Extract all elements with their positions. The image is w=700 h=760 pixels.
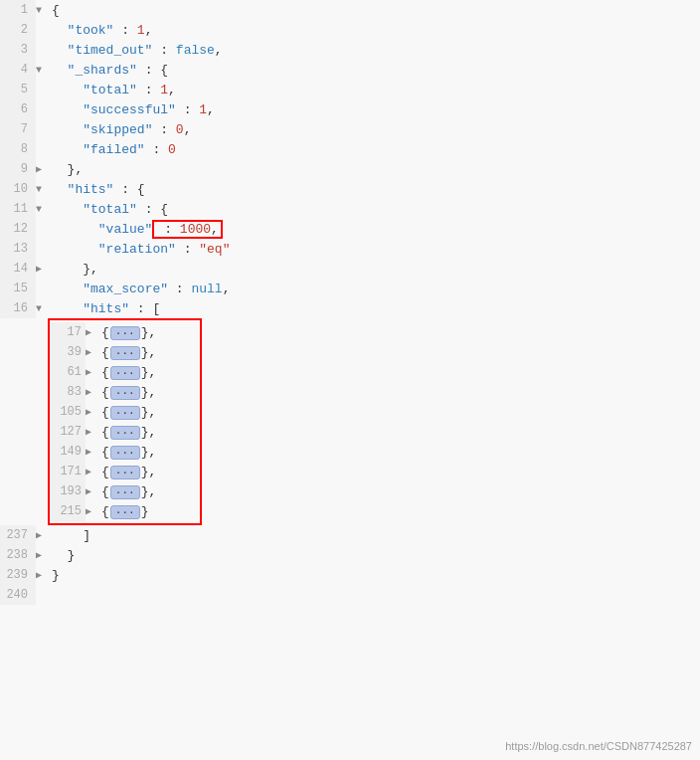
line-8: 8 "failed" : 0: [0, 139, 700, 159]
fold-arrow[interactable]: [86, 366, 97, 378]
collapsed-badge[interactable]: ···: [110, 446, 140, 460]
line-number: 10: [0, 179, 36, 199]
collapsed-badge[interactable]: ···: [110, 426, 140, 440]
line-4: 4 "_shards" : {: [0, 60, 700, 80]
code-content: "hits" : {: [48, 182, 145, 197]
line-9: 9 },: [0, 159, 700, 179]
line-number: 3: [0, 40, 36, 60]
line-number: 4: [0, 60, 36, 80]
fold-arrow[interactable]: [86, 466, 97, 477]
line-6: 6 "successful" : 1,: [0, 99, 700, 119]
fold-arrow[interactable]: [36, 303, 48, 314]
line-2: 2 "took" : 1,: [0, 20, 700, 40]
collapsed-badge[interactable]: ···: [110, 505, 140, 519]
fold-arrow[interactable]: [36, 263, 48, 275]
code-content: "took" : 1,: [48, 23, 152, 38]
line-number: 105: [50, 402, 86, 422]
line-13: 13 "relation" : "eq": [0, 239, 700, 259]
code-content: {: [48, 3, 60, 18]
line-number: 13: [0, 239, 36, 259]
line-10: 10 "hits" : {: [0, 179, 700, 199]
collapsed-badge[interactable]: ···: [110, 466, 140, 479]
line-number: 39: [50, 342, 86, 362]
fold-arrow[interactable]: [36, 65, 48, 76]
code-content: },: [48, 262, 98, 277]
line-number: 149: [50, 442, 86, 462]
line-number: 11: [0, 199, 36, 219]
code-content: {···},: [97, 465, 156, 479]
code-content: "total" : 1,: [48, 83, 176, 97]
line-15: 15 "max_score" : null,: [0, 279, 700, 298]
collapsed-line-61: 61 {···},: [50, 362, 200, 382]
collapsed-line-193: 193 {···},: [50, 481, 200, 501]
line-number: 15: [0, 279, 36, 298]
code-content: "hits" : [: [48, 301, 160, 316]
fold-arrow[interactable]: [36, 549, 48, 561]
fold-arrow[interactable]: [86, 446, 97, 458]
collapsed-badge[interactable]: ···: [110, 386, 140, 400]
collapsed-badge[interactable]: ···: [110, 366, 140, 380]
line-number: 5: [0, 80, 36, 99]
code-content: "timed_out" : false,: [48, 43, 223, 58]
fold-arrow[interactable]: [36, 569, 48, 581]
line-240: 240: [0, 585, 700, 605]
line-number: 240: [0, 585, 36, 605]
collapsed-badge[interactable]: ···: [110, 326, 140, 340]
watermark: https://blog.csdn.net/CSDN877425287: [505, 740, 692, 752]
line-1: 1 {: [0, 0, 700, 20]
line-number: 14: [0, 259, 36, 279]
hits-items-box: 17 {···}, 39 {···}, 61 {···}, 83 {···}, …: [48, 318, 202, 525]
collapsed-badge[interactable]: ···: [110, 346, 140, 360]
editor-container: 1 { 2 "took" : 1, 3 "timed_out" : false,…: [0, 0, 700, 760]
collapsed-line-39: 39 {···},: [50, 342, 200, 362]
fold-arrow[interactable]: [36, 163, 48, 175]
line-237: 237 ]: [0, 525, 700, 545]
fold-arrow[interactable]: [86, 326, 97, 338]
line-number: 6: [0, 99, 36, 119]
line-238: 238 }: [0, 545, 700, 565]
line-number: 237: [0, 525, 36, 545]
line-239: 239 }: [0, 565, 700, 585]
line-number: 7: [0, 119, 36, 139]
code-content: {···},: [97, 365, 156, 380]
line-12: 12 "value" : 1000,: [0, 219, 700, 239]
line-3: 3 "timed_out" : false,: [0, 40, 700, 60]
fold-arrow[interactable]: [36, 529, 48, 541]
collapsed-line-17: 17 {···},: [50, 322, 200, 342]
line-number: 1: [0, 0, 36, 20]
line-number: 61: [50, 362, 86, 382]
fold-arrow[interactable]: [36, 204, 48, 215]
code-content: ]: [48, 528, 90, 543]
fold-arrow[interactable]: [86, 426, 97, 438]
fold-arrow[interactable]: [36, 184, 48, 195]
code-content: "skipped" : 0,: [48, 122, 191, 137]
code-content: {···},: [97, 425, 156, 440]
fold-arrow[interactable]: [86, 406, 97, 418]
line-5: 5 "total" : 1,: [0, 80, 700, 99]
code-content: }: [48, 568, 60, 583]
code-content: {···},: [97, 345, 156, 360]
code-content: "successful" : 1,: [48, 102, 215, 117]
code-content: "max_score" : null,: [48, 282, 230, 296]
line-number: 16: [0, 298, 36, 318]
fold-arrow[interactable]: [86, 346, 97, 358]
collapsed-line-149: 149 {···},: [50, 442, 200, 462]
code-content: "total" : {: [48, 202, 168, 217]
line-number: 2: [0, 20, 36, 40]
collapsed-badge[interactable]: ···: [110, 485, 140, 499]
fold-arrow[interactable]: [86, 485, 97, 497]
fold-arrow[interactable]: [86, 505, 97, 517]
collapsed-badge[interactable]: ···: [110, 406, 140, 420]
line-number: 17: [50, 322, 86, 342]
collapsed-line-127: 127 {···},: [50, 422, 200, 442]
fold-arrow[interactable]: [86, 386, 97, 398]
fold-arrow[interactable]: [36, 5, 48, 16]
code-content: {···},: [97, 484, 156, 499]
code-content: },: [48, 162, 83, 177]
line-number: 238: [0, 545, 36, 565]
line-14: 14 },: [0, 259, 700, 279]
collapsed-line-215: 215 {···}: [50, 501, 200, 521]
code-content: "value" : 1000,: [48, 220, 223, 239]
line-number: 171: [50, 462, 86, 481]
line-number: 83: [50, 382, 86, 402]
